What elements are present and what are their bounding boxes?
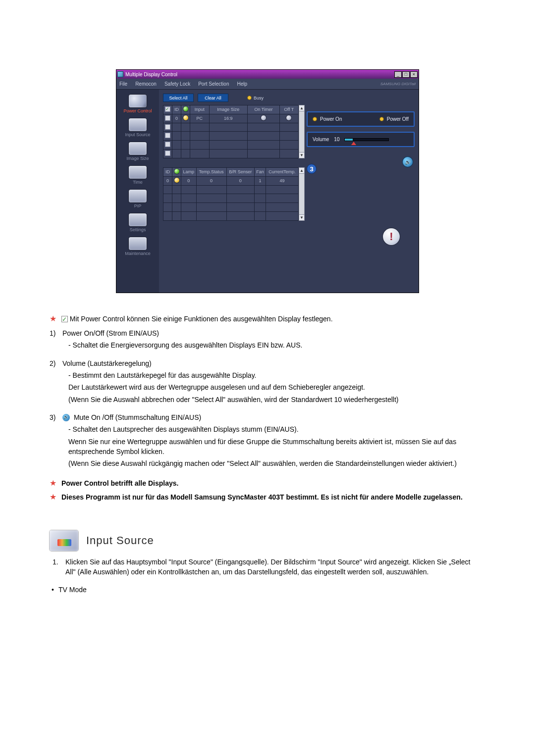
row-checkbox[interactable]: [165, 142, 170, 147]
table-row: [163, 132, 299, 141]
maintenance-icon: [129, 237, 147, 250]
item2-a: Bestimmt den Lautstärkepegel für das aus…: [68, 371, 257, 379]
sidebar-item-maintenance[interactable]: Maintenance: [120, 236, 156, 258]
table-scrollbar[interactable]: ▲ ▼: [299, 105, 305, 158]
mute-inline-icon: [62, 414, 70, 421]
row-checkbox[interactable]: [165, 115, 170, 121]
titlebar: Multiple Display Control _ □ ×: [116, 70, 419, 79]
item-number: 3): [50, 412, 59, 470]
item3-c: (Wenn Sie diese Auswahl rückgängig mache…: [62, 458, 476, 468]
table-row[interactable]: 0 PC 16:9: [163, 114, 299, 123]
item-number: 1): [50, 328, 59, 353]
on-timer-icon: [261, 115, 266, 120]
volume-label: Volume: [313, 137, 329, 142]
menubar: File Remocon Safety Lock Port Selection …: [116, 79, 419, 90]
col-id: ID: [163, 168, 172, 177]
col-fan: Fan: [255, 168, 266, 177]
power-control-icon: [129, 95, 147, 107]
power-off-button[interactable]: Power Off: [379, 116, 409, 122]
document-body: ★ Mit Power Control können Sie einige Fu…: [40, 313, 495, 595]
sidebar-item-settings[interactable]: Settings: [120, 212, 156, 234]
menu-remocon[interactable]: Remocon: [135, 81, 157, 87]
note1: Power Control betrifft alle Displays.: [61, 479, 179, 487]
col-off-timer: Off T: [279, 105, 298, 114]
scroll-down-icon[interactable]: ▼: [299, 152, 304, 158]
cell-fan: 1: [255, 176, 266, 185]
note2: Dieses Programm ist nur für das Modell S…: [61, 493, 463, 501]
minimize-button[interactable]: _: [394, 71, 402, 78]
time-icon: [129, 166, 147, 179]
table-row: [163, 123, 299, 132]
slider-knob-icon[interactable]: [351, 142, 356, 145]
status-table: ID Lamp Temp.Status B/R Senser Fan Curre…: [163, 167, 299, 221]
sidebar-label: Settings: [130, 227, 146, 232]
cell-id: 0: [172, 114, 181, 123]
menu-file[interactable]: File: [119, 81, 127, 87]
row-checkbox[interactable]: [165, 124, 170, 130]
power-on-button[interactable]: Power On: [313, 116, 342, 122]
sidebar-label: Image Size: [126, 156, 149, 161]
col-lamp: Lamp: [181, 168, 197, 177]
menu-port-selection[interactable]: Port Selection: [198, 81, 229, 87]
busy-dot-icon: [247, 96, 252, 100]
select-all-button[interactable]: Select All: [163, 94, 194, 102]
menu-safety-lock[interactable]: Safety Lock: [164, 81, 190, 87]
cell-temp-status: 0: [196, 176, 226, 185]
intro-text: Mit Power Control können Sie einige Funk…: [70, 315, 333, 323]
table-scrollbar[interactable]: ▲ ▼: [299, 167, 305, 221]
scroll-down-icon[interactable]: ▼: [299, 214, 304, 220]
menu-help[interactable]: Help: [237, 81, 247, 87]
cell-image-size: 16:9: [209, 114, 247, 123]
col-image-size: Image Size: [209, 105, 247, 114]
sidebar-label: Time: [133, 180, 143, 185]
row-lamp-icon: [174, 178, 179, 183]
star-icon: ★: [50, 491, 57, 503]
row-checkbox[interactable]: [165, 133, 170, 138]
pip-icon: [129, 190, 147, 202]
sidebar-label: Maintenance: [125, 251, 151, 256]
volume-slider[interactable]: [344, 138, 389, 141]
table-row[interactable]: 0 0 0 0 1 49: [163, 176, 299, 185]
check-icon: [61, 316, 68, 322]
input-source-heading-icon: [50, 530, 78, 551]
settings-icon: [129, 213, 147, 226]
power-off-label: Power Off: [387, 116, 409, 122]
sidebar: Power Control Input Source Image Size Ti…: [116, 90, 159, 293]
star-icon: ★: [50, 477, 57, 489]
cell-input: PC: [190, 114, 210, 123]
tv-mode-bullet: TV Mode: [50, 585, 476, 595]
item3-head: Mute On /Off (Stummschaltung EIN/AUS): [74, 413, 201, 421]
maximize-button[interactable]: □: [402, 71, 410, 78]
lamp-header-icon: [183, 106, 188, 111]
volume-value: 10: [334, 137, 339, 142]
col-temp-status: Temp.Status: [196, 168, 226, 177]
cell-lamp: 0: [181, 176, 197, 185]
busy-indicator: Busy: [247, 96, 264, 101]
cell-current-temp: 49: [266, 176, 298, 185]
header-checkbox[interactable]: [165, 106, 170, 112]
clear-all-button[interactable]: Clear All: [198, 94, 228, 102]
input-source-step1: Klicken Sie auf das Hauptsymbol "Input S…: [65, 557, 476, 577]
callout-3: 3: [307, 164, 317, 174]
brand-label: SAMSUNG DIGITall: [380, 82, 416, 86]
power-dot-icon: [379, 117, 384, 121]
item1-a: Schaltet die Energieversorgung des ausge…: [68, 341, 302, 349]
app-title: Multiple Display Control: [125, 72, 177, 77]
table-row: [163, 194, 299, 203]
mute-icon[interactable]: [403, 157, 413, 167]
input-source-icon: [129, 118, 147, 131]
sidebar-item-input-source[interactable]: Input Source: [120, 117, 156, 139]
sidebar-item-image-size[interactable]: Image Size: [120, 141, 156, 163]
sidebar-item-pip[interactable]: PIP: [120, 189, 156, 210]
busy-label: Busy: [254, 96, 264, 101]
scroll-up-icon[interactable]: ▲: [299, 105, 304, 111]
close-button[interactable]: ×: [410, 71, 418, 78]
cell-br: 0: [226, 176, 255, 185]
scroll-up-icon[interactable]: ▲: [299, 168, 304, 174]
sidebar-item-time[interactable]: Time: [120, 165, 156, 187]
row-checkbox[interactable]: [165, 151, 170, 156]
sidebar-item-power-control[interactable]: Power Control: [120, 94, 156, 115]
app-icon: [117, 71, 123, 77]
item-number: 2): [50, 358, 59, 406]
sidebar-label: Input Source: [125, 132, 150, 137]
